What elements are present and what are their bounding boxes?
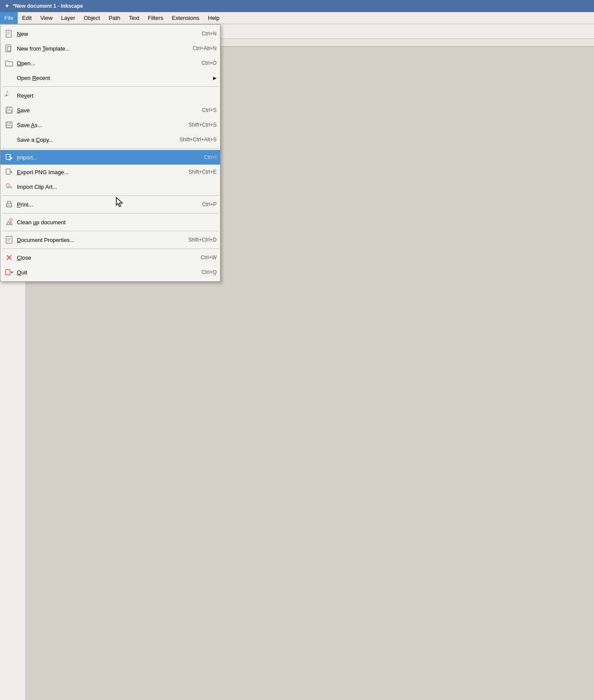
svg-rect-13 xyxy=(6,154,10,159)
menu-item-save-label: Save xyxy=(17,107,193,114)
separator-4 xyxy=(2,213,218,213)
menu-item-export-png-label: Export PNG Image... xyxy=(17,169,180,175)
menu-extensions[interactable]: Extensions xyxy=(167,12,204,24)
menu-item-open-shortcut: Ctrl+O xyxy=(201,60,217,66)
menu-item-quit-shortcut: Ctrl+Q xyxy=(201,269,217,275)
menu-help[interactable]: Help xyxy=(204,12,224,24)
import-icon xyxy=(4,152,14,162)
menu-item-quit-label: Quit xyxy=(17,269,193,276)
menu-path[interactable]: Path xyxy=(104,12,125,24)
export-png-icon xyxy=(4,167,14,177)
menu-filters[interactable]: Filters xyxy=(144,12,167,24)
window-title: *New document 1 - Inkscape xyxy=(13,3,83,9)
menu-view[interactable]: View xyxy=(36,12,57,24)
menu-edit[interactable]: Edit xyxy=(18,12,36,24)
menu-item-new-from-template[interactable]: New from Template... Ctrl+Alt+N xyxy=(0,41,220,56)
save-copy-icon xyxy=(4,134,14,145)
menu-item-doc-props-shortcut: Shift+Ctrl+D xyxy=(188,237,217,243)
menu-text[interactable]: Text xyxy=(125,12,144,24)
revert-icon xyxy=(4,90,14,101)
cleanup-icon xyxy=(4,217,14,227)
svg-rect-15 xyxy=(6,169,10,174)
menu-item-quit[interactable]: Quit Ctrl+Q xyxy=(0,265,220,280)
menubar: File Edit View Layer Object Path Text Fi… xyxy=(0,12,594,24)
separator-3 xyxy=(2,195,218,196)
save-icon xyxy=(4,105,14,115)
new-from-template-icon xyxy=(4,43,14,54)
menu-object[interactable]: Object xyxy=(80,12,105,24)
app-icon: ✦ xyxy=(3,3,10,10)
svg-text:A: A xyxy=(10,122,11,124)
menu-item-close[interactable]: Close Ctrl+W xyxy=(0,250,220,265)
svg-point-20 xyxy=(10,219,12,221)
menu-item-new-from-template-shortcut: Ctrl+Alt+N xyxy=(193,45,217,51)
svg-rect-6 xyxy=(6,107,12,113)
svg-rect-0 xyxy=(6,30,11,37)
menu-item-new-from-template-label: New from Template... xyxy=(17,45,184,52)
menu-item-doc-props[interactable]: Document Properties... Shift+Ctrl+D xyxy=(0,232,220,247)
menu-item-open-label: Open... xyxy=(17,60,193,67)
menu-item-cleanup-label: Clean up document xyxy=(17,219,208,226)
menu-item-save-shortcut: Ctrl+S xyxy=(202,107,217,113)
menu-item-save-copy-shortcut: Shift+Ctrl+Alt+S xyxy=(179,137,217,143)
title-bar: ✦ *New document 1 - Inkscape xyxy=(0,0,594,12)
menu-item-new[interactable]: New Ctrl+N xyxy=(0,26,220,41)
menu-item-import-label: Import... xyxy=(17,154,195,161)
svg-rect-27 xyxy=(6,270,10,275)
open-recent-arrow: ▶ xyxy=(213,76,217,80)
doc-props-icon xyxy=(4,235,14,245)
file-dropdown-menu: New Ctrl+N New from Template... Ctrl+Alt… xyxy=(0,24,220,282)
menu-item-doc-props-label: Document Properties... xyxy=(17,237,180,243)
menu-item-import-clip-art-label: Import Clip Art... xyxy=(17,184,208,190)
menu-item-print-shortcut: Ctrl+P xyxy=(202,201,217,207)
menu-item-cleanup[interactable]: Clean up document xyxy=(0,215,220,229)
new-icon xyxy=(4,29,14,39)
menu-file[interactable]: File xyxy=(0,12,18,24)
menu-item-save-as[interactable]: A Save As... Shift+Ctrl+S xyxy=(0,118,220,132)
separator-2 xyxy=(2,148,218,149)
menu-item-save-copy[interactable]: Save a Copy... Shift+Ctrl+Alt+S xyxy=(0,132,220,147)
menu-layer[interactable]: Layer xyxy=(57,12,80,24)
svg-rect-8 xyxy=(6,111,12,113)
menu-item-open-recent[interactable]: Open Recent ▶ xyxy=(0,70,220,85)
open-recent-icon xyxy=(4,73,14,83)
svg-rect-11 xyxy=(6,125,12,127)
menu-item-revert[interactable]: Revert xyxy=(0,88,220,103)
svg-point-17 xyxy=(6,184,10,187)
menu-item-export-png[interactable]: Export PNG Image... Shift+Ctrl+E xyxy=(0,165,220,179)
menu-item-close-shortcut: Ctrl+W xyxy=(201,255,217,261)
menu-item-print-label: Print... xyxy=(17,201,193,208)
save-as-icon: A xyxy=(4,120,14,130)
menu-item-save-copy-label: Save a Copy... xyxy=(17,137,171,143)
menu-item-close-label: Close xyxy=(17,255,192,261)
menu-item-open[interactable]: Open... Ctrl+O xyxy=(0,56,220,70)
menu-item-open-recent-label: Open Recent xyxy=(17,75,210,81)
separator-5 xyxy=(2,231,218,231)
menu-item-save[interactable]: Save Ctrl+S xyxy=(0,103,220,118)
menu-item-print[interactable]: Print... Ctrl+P xyxy=(0,197,220,212)
menu-item-new-label: New xyxy=(17,31,193,37)
menu-item-revert-label: Revert xyxy=(17,92,208,99)
separator-1 xyxy=(2,86,218,87)
menu-item-import-clip-art[interactable]: Import Clip Art... xyxy=(0,179,220,194)
menu-item-save-as-shortcut: Shift+Ctrl+S xyxy=(188,122,217,128)
menu-item-import[interactable]: Import... Ctrl+I xyxy=(0,150,220,165)
quit-icon xyxy=(4,267,14,277)
menu-item-save-as-label: Save As... xyxy=(17,122,180,128)
open-icon xyxy=(4,58,14,68)
separator-6 xyxy=(2,248,218,249)
import-clip-art-icon xyxy=(4,181,14,192)
menu-item-new-shortcut: Ctrl+N xyxy=(202,31,217,37)
menu-item-import-shortcut: Ctrl+I xyxy=(204,154,217,160)
menu-item-export-png-shortcut: Shift+Ctrl+E xyxy=(188,169,217,175)
svg-rect-5 xyxy=(7,47,11,51)
print-icon xyxy=(4,199,14,210)
close-menu-icon xyxy=(4,252,14,263)
